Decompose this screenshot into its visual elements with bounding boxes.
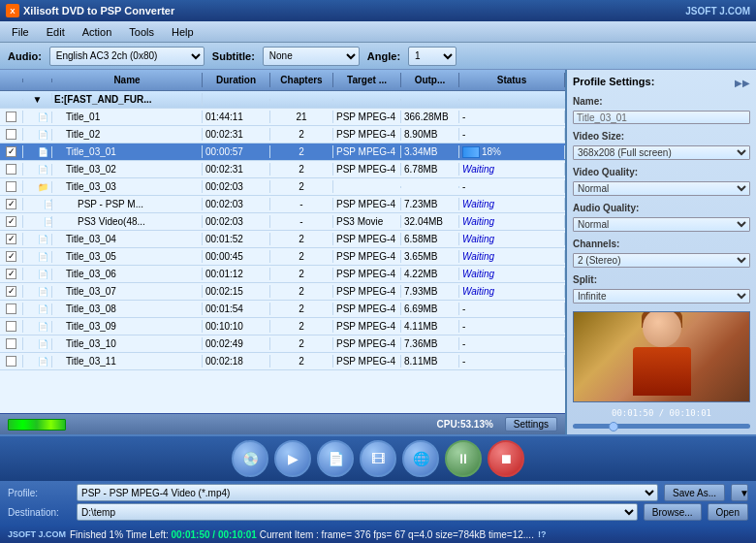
row-check[interactable] (0, 198, 23, 210)
table-body[interactable]: ▼E:[FAST_AND_FUR...📄Title_0101:44:1121PS… (0, 91, 565, 413)
table-row[interactable]: 📄Title_03_0100:00:572PSP MPEG-43.34MB18% (0, 144, 565, 161)
checkbox[interactable] (6, 321, 16, 332)
channels-select[interactable]: 2 (Stereo) (573, 253, 750, 268)
table-row[interactable]: 📄Title_03_0600:01:122PSP MPEG-44.22MBWai… (0, 266, 565, 283)
checkbox[interactable] (6, 181, 16, 192)
angle-select[interactable]: 1 (408, 47, 457, 66)
open-button[interactable]: Open (708, 503, 748, 521)
video-size-select[interactable]: 368x208 (Full screen) (573, 145, 750, 160)
video-quality-select[interactable]: Normal (573, 181, 750, 196)
row-check[interactable] (0, 250, 23, 263)
row-check[interactable] (0, 337, 23, 350)
profile-arrow-button[interactable]: ▼ (731, 484, 748, 501)
table-row[interactable]: ▼E:[FAST_AND_FUR... (0, 91, 565, 109)
split-label: Split: (573, 274, 750, 285)
row-check[interactable] (0, 303, 23, 315)
time-slider[interactable] (573, 424, 750, 429)
table-row[interactable]: 📄Title_03_1000:02:492PSP MPEG-47.36MB- (0, 335, 565, 353)
row-chapters: 2 (270, 320, 333, 333)
audio-select[interactable]: English AC3 2ch (0x80) (49, 47, 205, 66)
row-check[interactable] (0, 320, 23, 333)
name-label: Name: (573, 96, 750, 107)
row-chapters: 21 (270, 111, 333, 123)
checkbox[interactable] (6, 129, 16, 140)
menu-edit[interactable]: Edit (39, 24, 73, 40)
waiting-status: Waiting (462, 216, 494, 227)
table-row[interactable]: 📄Title_03_0400:01:522PSP MPEG-46.58MBWai… (0, 231, 565, 248)
row-target: PSP MPEG-4 (333, 337, 401, 350)
checkbox[interactable] (6, 146, 16, 157)
row-name: Title_02 (52, 128, 203, 141)
checkbox[interactable] (6, 356, 16, 367)
table-row[interactable]: 📄Title_03_0700:02:152PSP MPEG-47.93MBWai… (0, 283, 565, 301)
checkbox[interactable] (6, 338, 16, 349)
menu-help[interactable]: Help (164, 24, 202, 40)
profile-select[interactable]: PSP - PSP MPEG-4 Video (*.mp4) (77, 484, 658, 501)
row-chapters: 2 (270, 180, 333, 193)
checkbox[interactable] (6, 269, 16, 279)
table-row[interactable]: 📄Title_03_1100:02:182PSP MPEG-48.11MB- (0, 353, 565, 370)
table-row[interactable]: 📄PSP - PSP M...00:02:03-PSP MPEG-47.23MB… (0, 196, 565, 213)
file-button[interactable]: 📄 (317, 440, 354, 477)
table-row[interactable]: 📄Title_03_0500:00:452PSP MPEG-43.65MBWai… (0, 248, 565, 266)
save-as-button[interactable]: Save As... (664, 484, 725, 501)
audio-quality-select[interactable]: Normal (573, 217, 750, 232)
row-check[interactable] (0, 233, 23, 245)
row-duration: 00:02:31 (203, 163, 270, 176)
checkbox[interactable] (6, 251, 16, 262)
convert-button[interactable]: ▶ (274, 440, 311, 477)
row-check[interactable] (0, 111, 23, 123)
panel-expand-icon[interactable]: ▶▶ (735, 78, 750, 88)
row-chapters: 2 (270, 303, 333, 315)
pause-button[interactable]: ⏸ (445, 440, 482, 477)
row-name: Title_03_09 (52, 320, 203, 333)
row-icon: 📄 (23, 321, 52, 333)
row-target: PSP MPEG-4 (333, 285, 401, 298)
chapter-button[interactable]: 🎞 (360, 440, 396, 477)
web-button[interactable]: 🌐 (402, 440, 439, 477)
checkbox[interactable] (6, 112, 16, 122)
left-panel: Name Duration Chapters Target ... Outp..… (0, 70, 567, 434)
row-icon: 📄 (23, 112, 52, 123)
row-name: Title_03_08 (52, 303, 203, 315)
table-row[interactable]: 📄Title_03_0200:02:312PSP MPEG-46.78MBWai… (0, 161, 565, 178)
status-exclamation[interactable]: !? (538, 529, 547, 539)
destination-select[interactable]: D:\temp (77, 503, 638, 521)
checkbox[interactable] (6, 286, 16, 297)
row-check[interactable] (0, 99, 23, 101)
table-row[interactable]: 📁Title_03_0300:02:032- (0, 178, 565, 196)
row-check[interactable] (0, 180, 23, 193)
split-select[interactable]: Infinite (573, 289, 750, 303)
time-slider-thumb[interactable] (609, 422, 618, 431)
subtitle-select[interactable]: None (263, 47, 360, 66)
stop-button[interactable]: ⏹ (488, 440, 524, 477)
table-row[interactable]: 📄Title_03_0800:01:542PSP MPEG-46.69MB- (0, 301, 565, 318)
row-target: PS3 Movie (333, 215, 401, 228)
person-silhouette (623, 311, 701, 402)
row-check[interactable] (0, 163, 23, 176)
row-check[interactable] (0, 355, 23, 367)
row-check[interactable] (0, 215, 23, 228)
browse-button[interactable]: Browse... (644, 503, 702, 521)
row-check[interactable] (0, 285, 23, 298)
row-check[interactable] (0, 128, 23, 141)
table-row[interactable]: 📄PS3 Video(48...00:02:03-PS3 Movie32.04M… (0, 213, 565, 231)
checkbox[interactable] (6, 199, 16, 209)
name-input[interactable] (573, 111, 750, 124)
table-row[interactable]: 📄Title_0101:44:1121PSP MPEG-4366.28MB- (0, 109, 565, 126)
table-row[interactable]: 📄Title_0200:02:312PSP MPEG-48.90MB- (0, 126, 565, 144)
row-output: 8.11MB (401, 355, 459, 367)
checkbox[interactable] (6, 164, 16, 175)
menu-file[interactable]: File (4, 24, 37, 40)
checkbox[interactable] (6, 234, 16, 244)
menu-action[interactable]: Action (75, 24, 120, 40)
checkbox[interactable] (6, 303, 16, 314)
row-check[interactable] (0, 268, 23, 280)
disc-button[interactable]: 💿 (232, 440, 268, 477)
row-check[interactable] (0, 145, 23, 158)
settings-button[interactable]: Settings (505, 417, 557, 431)
table-row[interactable]: 📄Title_03_0900:10:102PSP MPEG-44.11MB- (0, 318, 565, 335)
checkbox[interactable] (6, 216, 16, 227)
menu-tools[interactable]: Tools (121, 24, 162, 40)
panel-title: Profile Settings: (573, 76, 654, 87)
